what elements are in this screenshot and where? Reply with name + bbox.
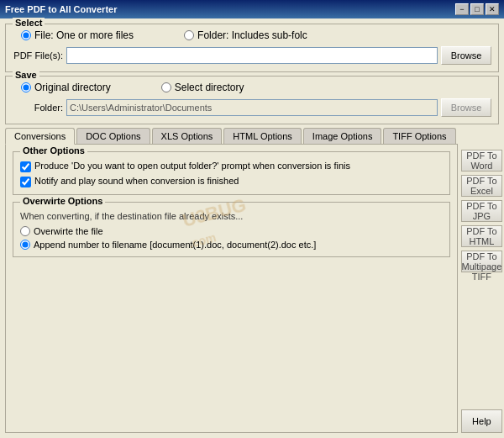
checkbox1[interactable] (20, 161, 31, 172)
pdf-to-excel-button[interactable]: PDF To Excel (461, 175, 503, 197)
file-radio-text: File: One or more files (34, 29, 134, 41)
save-radio-row: Original directory Select directory (13, 82, 491, 93)
overwrite-radio1[interactable] (20, 226, 30, 236)
overwrite-radio2-label: Append number to filename [document(1).d… (34, 240, 316, 250)
file-row: PDF File(s): Browse (13, 46, 491, 65)
select-dir-text: Select directory (175, 82, 244, 93)
tab-doc-options[interactable]: DOC Options (76, 128, 150, 144)
content-area: Conversions DOC Options XLS Options HTML… (5, 128, 499, 433)
browse-file-button[interactable]: Browse (441, 46, 491, 65)
overwrite-options-label: Overwirte Options (20, 196, 105, 206)
overwrite-radio2-row[interactable]: Append number to filename [document(1).d… (20, 240, 443, 250)
overwrite-radio1-label: Overwirte the file (34, 226, 103, 236)
tab-xls-options[interactable]: XLS Options (152, 128, 223, 144)
tab-html-options[interactable]: HTML Options (223, 128, 302, 144)
close-button[interactable]: ✕ (486, 3, 499, 15)
folder-radio-text: Folder: Includes sub-folc (197, 29, 307, 41)
right-buttons-panel: PDF To Word PDF To Excel PDF To JPG PDF … (461, 128, 503, 433)
file-radio-label[interactable]: File: One or more files (21, 29, 134, 41)
select-section-label: Select (13, 18, 45, 28)
tabs-panel: Conversions DOC Options XLS Options HTML… (5, 128, 458, 433)
select-dir-label[interactable]: Select directory (161, 82, 244, 93)
checkbox1-row[interactable]: Produce 'Do you want to open output fold… (20, 161, 443, 172)
main-window: Select File: One or more files Folder: I… (0, 18, 504, 438)
file-row-label: PDF File(s): (13, 50, 63, 61)
other-options-label: Other Options (20, 145, 87, 156)
file-radio[interactable] (21, 30, 31, 40)
window-controls: − □ ✕ (455, 3, 499, 15)
minimize-button[interactable]: − (455, 3, 469, 15)
tab-tiff-options[interactable]: TIFF Options (383, 128, 455, 144)
checkbox1-label: Produce 'Do you want to open output fold… (34, 161, 350, 171)
save-section: Save Original directory Select directory… (5, 76, 499, 124)
folder-row: Folder: Browse (13, 98, 491, 117)
maximize-button[interactable]: □ (470, 3, 484, 15)
tab-image-options[interactable]: Image Options (303, 128, 382, 144)
select-dir-radio[interactable] (161, 82, 171, 92)
pdf-to-jpg-button[interactable]: PDF To JPG (461, 200, 503, 222)
checkbox2[interactable] (20, 177, 31, 187)
folder-radio[interactable] (184, 30, 194, 40)
pdf-to-tiff-button[interactable]: PDF To Multipage TIFF (461, 251, 503, 272)
folder-label: Folder: (13, 103, 63, 113)
original-dir-label[interactable]: Original directory (21, 82, 111, 93)
checkbox2-label: Notify and play sound when conversion is… (34, 176, 239, 186)
pdf-to-html-button[interactable]: PDF To HTML (461, 225, 503, 247)
tab-bar: Conversions DOC Options XLS Options HTML… (5, 128, 458, 145)
pdf-to-word-button[interactable]: PDF To Word (461, 150, 503, 172)
overwrite-radio2[interactable] (20, 240, 30, 250)
overwrite-radio1-row[interactable]: Overwirte the file (20, 226, 443, 236)
other-options-section: Other Options Produce 'Do you want to op… (13, 151, 450, 195)
overwrite-desc: When converting, if the destination file… (20, 211, 443, 221)
app-title: Free PDF to All Converter (5, 4, 117, 14)
help-button[interactable]: Help (461, 409, 503, 433)
browse-folder-button[interactable]: Browse (441, 98, 491, 117)
checkbox2-row[interactable]: Notify and play sound when conversion is… (20, 176, 443, 187)
overwrite-section: Overwirte Options When converting, if th… (13, 202, 450, 257)
tab-content-conversions: Other Options Produce 'Do you want to op… (5, 145, 458, 433)
folder-radio-label[interactable]: Folder: Includes sub-folc (184, 29, 307, 41)
folder-path-input[interactable] (66, 99, 438, 116)
title-bar: Free PDF to All Converter − □ ✕ (0, 0, 504, 18)
select-radio-row: File: One or more files Folder: Includes… (13, 29, 491, 41)
original-dir-text: Original directory (34, 82, 111, 93)
select-section: Select File: One or more files Folder: I… (5, 24, 499, 72)
original-dir-radio[interactable] (21, 82, 31, 92)
tab-conversions[interactable]: Conversions (5, 128, 75, 145)
save-section-label: Save (13, 70, 39, 80)
pdf-file-input[interactable] (66, 47, 438, 64)
